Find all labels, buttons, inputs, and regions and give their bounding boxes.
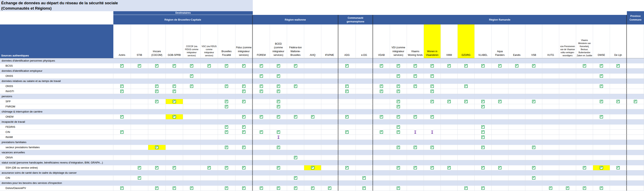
matrix-cell[interactable]	[321, 130, 338, 135]
matrix-cell[interactable]	[424, 186, 441, 191]
matrix-cell[interactable]	[321, 64, 338, 68]
matrix-cell[interactable]	[492, 64, 508, 68]
matrix-cell[interactable]	[576, 155, 593, 160]
matrix-cell[interactable]	[525, 74, 542, 79]
matrix-cell[interactable]	[474, 130, 492, 135]
matrix-cell[interactable]	[576, 186, 593, 191]
matrix-cell[interactable]	[390, 104, 407, 109]
matrix-cell[interactable]	[287, 84, 304, 89]
matrix-cell[interactable]	[525, 64, 542, 68]
matrix-cell[interactable]	[373, 64, 390, 68]
matrix-cell[interactable]	[627, 89, 644, 94]
matrix-cell[interactable]	[610, 64, 627, 68]
matrix-cell[interactable]	[148, 104, 166, 109]
matrix-cell[interactable]	[458, 84, 474, 89]
matrix-cell[interactable]	[113, 74, 131, 79]
matrix-cell[interactable]	[474, 124, 492, 130]
matrix-cell[interactable]	[148, 84, 166, 89]
matrix-cell[interactable]	[236, 99, 253, 104]
matrix-cell[interactable]	[304, 89, 321, 94]
matrix-cell[interactable]	[508, 176, 525, 180]
matrix-cell[interactable]	[390, 99, 407, 104]
matrix-cell[interactable]	[610, 135, 627, 140]
matrix-cell[interactable]	[542, 99, 559, 104]
matrix-cell[interactable]	[218, 130, 236, 135]
matrix-cell[interactable]	[627, 64, 644, 68]
row-label[interactable]: FNROM	[0, 104, 113, 109]
matrix-cell[interactable]	[407, 155, 424, 160]
matrix-cell[interactable]	[441, 114, 458, 120]
matrix-cell[interactable]	[474, 186, 492, 191]
matrix-cell[interactable]	[492, 155, 508, 160]
matrix-cell[interactable]	[424, 89, 441, 94]
matrix-cell[interactable]	[610, 165, 627, 170]
column-header[interactable]: e-DG	[356, 24, 373, 58]
matrix-cell[interactable]	[610, 74, 627, 79]
matrix-cell[interactable]	[270, 145, 287, 150]
matrix-cell[interactable]	[131, 155, 148, 160]
matrix-cell[interactable]	[270, 64, 287, 68]
matrix-cell[interactable]	[321, 84, 338, 89]
matrix-cell[interactable]	[525, 135, 542, 140]
matrix-cell[interactable]	[287, 176, 304, 180]
matrix-cell[interactable]	[148, 145, 166, 150]
matrix-cell[interactable]	[373, 99, 390, 104]
matrix-cell[interactable]	[183, 176, 200, 180]
matrix-cell[interactable]	[576, 114, 593, 120]
matrix-cell[interactable]	[113, 176, 131, 180]
category-row-label[interactable]: chômage & interruption de carrière	[0, 109, 113, 114]
category-row-label[interactable]: prestations familiales	[0, 140, 113, 145]
matrix-cell[interactable]	[542, 145, 559, 150]
column-header[interactable]: DWSE	[593, 24, 610, 58]
matrix-cell[interactable]	[253, 99, 270, 104]
row-label[interactable]: SFP	[0, 99, 113, 104]
matrix-cell[interactable]	[424, 64, 441, 68]
matrix-cell[interactable]	[287, 130, 304, 135]
matrix-cell[interactable]	[131, 145, 148, 150]
matrix-cell[interactable]	[287, 155, 304, 160]
column-header[interactable]: IFAPME	[321, 24, 338, 58]
matrix-cell[interactable]	[356, 130, 373, 135]
matrix-cell[interactable]	[627, 135, 644, 140]
matrix-cell[interactable]	[166, 74, 183, 79]
matrix-cell[interactable]	[458, 89, 474, 94]
matrix-cell[interactable]	[373, 155, 390, 160]
column-header[interactable]: VDI (comme intégrateur services)	[390, 24, 407, 58]
matrix-cell[interactable]	[287, 165, 304, 170]
matrix-cell[interactable]	[441, 89, 458, 94]
matrix-cell[interactable]	[542, 176, 559, 180]
matrix-cell[interactable]	[131, 124, 148, 130]
matrix-cell[interactable]	[492, 130, 508, 135]
matrix-cell[interactable]	[576, 135, 593, 140]
category-row-label[interactable]: données d'identification personnes physi…	[0, 58, 113, 64]
matrix-cell[interactable]	[525, 176, 542, 180]
matrix-cell[interactable]	[218, 145, 236, 150]
matrix-cell[interactable]	[610, 99, 627, 104]
matrix-cell[interactable]	[492, 114, 508, 120]
matrix-cell[interactable]	[424, 84, 441, 89]
matrix-cell[interactable]	[321, 89, 338, 94]
column-header[interactable]: COCOF (via FIDUS comme intégrateur servi…	[183, 24, 200, 58]
matrix-cell[interactable]	[525, 89, 542, 94]
matrix-cell[interactable]	[113, 64, 131, 68]
matrix-cell[interactable]	[492, 186, 508, 191]
matrix-cell[interactable]	[304, 99, 321, 104]
matrix-cell[interactable]	[492, 124, 508, 130]
matrix-cell[interactable]	[287, 135, 304, 140]
matrix-cell[interactable]	[200, 114, 218, 120]
matrix-cell[interactable]	[183, 89, 200, 94]
matrix-cell[interactable]	[287, 104, 304, 109]
matrix-cell[interactable]	[131, 186, 148, 191]
matrix-cell[interactable]	[356, 64, 373, 68]
matrix-cell[interactable]	[113, 114, 131, 120]
matrix-cell[interactable]	[610, 130, 627, 135]
matrix-cell[interactable]	[338, 64, 356, 68]
matrix-cell[interactable]	[373, 135, 390, 140]
category-row-label[interactable]: pensions	[0, 94, 113, 99]
matrix-cell[interactable]	[321, 155, 338, 160]
matrix-cell[interactable]	[373, 130, 390, 135]
matrix-cell[interactable]	[183, 114, 200, 120]
matrix-cell[interactable]	[407, 186, 424, 191]
matrix-cell[interactable]	[492, 74, 508, 79]
matrix-cell[interactable]	[542, 130, 559, 135]
